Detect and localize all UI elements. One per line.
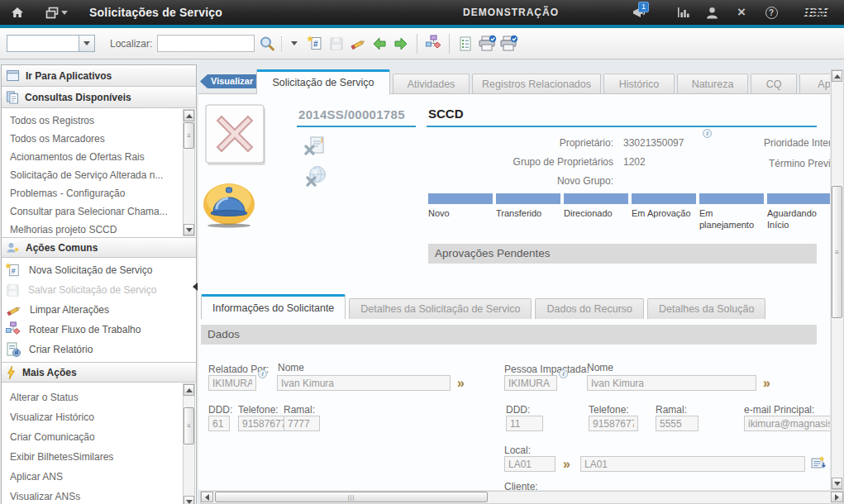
reported-name-input[interactable] bbox=[277, 375, 451, 391]
reported-ext-input[interactable] bbox=[284, 416, 320, 431]
affected-person-input[interactable] bbox=[504, 375, 557, 391]
search-options-dropdown[interactable] bbox=[291, 41, 298, 45]
action-route-workflow[interactable]: Rotear Fluxo de Trabalho bbox=[2, 320, 196, 340]
more-action-item[interactable]: Criar Comunicação bbox=[2, 427, 196, 447]
select-value-icon[interactable] bbox=[810, 455, 826, 473]
tab-nature[interactable]: Natureza bbox=[677, 74, 748, 94]
scroll-up-button[interactable] bbox=[832, 70, 842, 82]
subtab-request-details[interactable]: Detalhes da Solicitação de Servico bbox=[349, 298, 532, 319]
reported-phone-input[interactable] bbox=[238, 416, 289, 431]
query-item[interactable]: Todos os Marcadores bbox=[2, 130, 196, 148]
scroll-down-button[interactable] bbox=[832, 478, 842, 489]
announcements-icon[interactable]: 1 bbox=[627, 0, 651, 25]
query-combobox[interactable] bbox=[7, 35, 95, 52]
scroll-up-button[interactable] bbox=[184, 110, 194, 121]
close-icon[interactable]: × bbox=[729, 0, 754, 25]
tab-ap[interactable]: Ap bbox=[799, 74, 830, 94]
tab-cq[interactable]: CQ bbox=[751, 74, 797, 94]
horizontal-scrollbar[interactable]: ||| bbox=[200, 491, 844, 504]
print-with-attachments-icon[interactable] bbox=[498, 33, 519, 55]
affected-ddd-input[interactable] bbox=[506, 416, 543, 431]
tab-service-request[interactable]: Solicitação de Serviço bbox=[256, 69, 390, 94]
sidebar-available-queries[interactable]: Consultas Disponíveis bbox=[2, 87, 196, 108]
help-icon[interactable]: ? bbox=[759, 0, 784, 25]
subtab-resource-data[interactable]: Dados do Recurso bbox=[535, 298, 644, 319]
tab-row: Visualizar Lista Solicitação de Serviço … bbox=[198, 69, 830, 94]
home-icon[interactable] bbox=[5, 0, 30, 25]
info-icon[interactable]: i bbox=[559, 369, 568, 378]
scroll-up-button[interactable] bbox=[184, 384, 194, 396]
query-item[interactable]: Consultar para Selecionar Chama... bbox=[2, 202, 196, 221]
status-segment: Transferido bbox=[496, 193, 560, 231]
owner-value: 33021350097 bbox=[623, 137, 684, 149]
local-description-input[interactable] bbox=[580, 456, 805, 472]
more-action-item[interactable]: Alterar o Status bbox=[2, 388, 196, 407]
tab-history[interactable]: Histórico bbox=[603, 74, 675, 94]
scroll-thumb[interactable]: ≡ bbox=[832, 186, 842, 318]
email-input[interactable] bbox=[744, 416, 830, 431]
scroll-left-button[interactable] bbox=[201, 492, 213, 502]
subtab-row: Informações do Solicitante Detalhes da S… bbox=[201, 294, 769, 319]
action-create-report[interactable]: Criar Relatório bbox=[2, 340, 196, 359]
sidebar-go-to-applications[interactable]: Ir Para Aplicativos bbox=[2, 65, 196, 87]
more-action-item[interactable]: Visualizar Histórico bbox=[2, 407, 196, 427]
reports-icon[interactable] bbox=[455, 33, 476, 55]
affected-phone-input[interactable] bbox=[589, 416, 638, 431]
previous-record-icon[interactable] bbox=[369, 33, 390, 55]
vertical-scrollbar[interactable]: ≡ bbox=[831, 69, 844, 490]
query-combobox-dropdown[interactable] bbox=[79, 35, 95, 52]
info-icon[interactable]: i bbox=[258, 369, 267, 378]
print-icon[interactable] bbox=[476, 33, 498, 55]
query-item[interactable]: Melhorias projeto SCCD bbox=[2, 221, 196, 238]
detail-menu-icon[interactable]: » bbox=[457, 377, 463, 390]
profile-icon[interactable] bbox=[699, 0, 724, 25]
local-input[interactable] bbox=[504, 456, 556, 472]
sidebar-common-actions[interactable]: Ações Comuns bbox=[2, 238, 196, 258]
scroll-thumb[interactable]: ≡ bbox=[184, 407, 194, 445]
subtab-solution-details[interactable]: Detalhes da Solução bbox=[647, 298, 765, 319]
affected-ddd-label: DDD: bbox=[506, 404, 530, 416]
detail-menu-icon[interactable]: » bbox=[763, 377, 769, 390]
new-record-icon[interactable]: # bbox=[304, 33, 326, 55]
reported-ext-label: Ramal: bbox=[284, 404, 315, 416]
workflow-icon bbox=[5, 321, 21, 338]
reported-ddd-input[interactable] bbox=[208, 416, 230, 431]
queries-icon bbox=[6, 91, 19, 104]
query-item[interactable]: Acionamentos de Ofertas Rais bbox=[2, 148, 196, 166]
clear-changes-icon[interactable] bbox=[347, 33, 369, 55]
detail-menu-icon[interactable]: » bbox=[563, 458, 569, 471]
scroll-thumb[interactable]: ≡ bbox=[184, 122, 194, 149]
affected-name-input[interactable] bbox=[587, 375, 756, 391]
scroll-thumb[interactable]: ||| bbox=[215, 492, 488, 502]
action-clear-changes[interactable]: Limpar Alterações bbox=[2, 300, 196, 320]
affected-ext-input[interactable] bbox=[656, 416, 699, 431]
more-actions-scrollbar[interactable]: ≡ bbox=[183, 383, 195, 504]
tab-activities[interactable]: Atividades bbox=[393, 74, 470, 94]
search-icon[interactable] bbox=[256, 33, 278, 55]
queries-scrollbar[interactable]: ≡ bbox=[183, 109, 195, 236]
tab-related-records[interactable]: Registros Relacionados bbox=[472, 74, 601, 94]
reported-by-input[interactable] bbox=[208, 375, 256, 391]
info-icon[interactable]: i bbox=[703, 129, 712, 138]
more-action-item[interactable]: Aplicar ANS bbox=[2, 467, 196, 487]
query-item[interactable]: Solicitação de Serviço Alterada n... bbox=[2, 166, 196, 184]
scroll-down-button[interactable] bbox=[184, 496, 194, 504]
route-workflow-icon[interactable] bbox=[422, 33, 444, 55]
action-new-service-request[interactable]: # Nova Solicitação de Serviço bbox=[2, 260, 196, 280]
subtab-requester-info[interactable]: Informações do Solicitante bbox=[201, 294, 346, 319]
sidebar-more-actions[interactable]: Mais Ações bbox=[2, 363, 196, 383]
query-combobox-input[interactable] bbox=[7, 35, 79, 52]
query-item[interactable]: Problemas - Configuração bbox=[2, 184, 196, 202]
find-input[interactable] bbox=[157, 35, 255, 52]
more-action-item[interactable]: Exibir BilhetesSimilares bbox=[2, 447, 196, 467]
scroll-right-button[interactable] bbox=[831, 492, 843, 502]
application-window: Solicitações de Serviço DEMONSTRAÇÃO 1 ×… bbox=[0, 0, 844, 504]
record-image-placeholder[interactable] bbox=[205, 104, 266, 169]
window-cascade-icon[interactable] bbox=[41, 0, 71, 25]
reports-chart-icon[interactable] bbox=[671, 0, 696, 25]
more-action-item[interactable]: Visualizar ANSs bbox=[2, 487, 196, 504]
query-item[interactable]: Todos os Registros bbox=[2, 112, 196, 130]
scroll-down-button[interactable] bbox=[184, 224, 194, 235]
next-record-icon[interactable] bbox=[390, 33, 412, 55]
sidebar-collapse-handle[interactable] bbox=[193, 283, 198, 291]
